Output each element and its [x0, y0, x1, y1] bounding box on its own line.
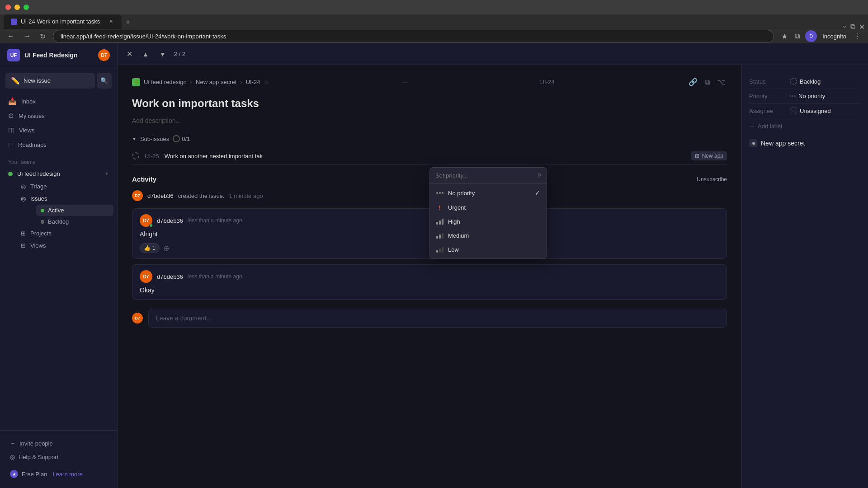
sidebar-item-views[interactable]: ◫ Views — [4, 123, 113, 137]
priority-option-low[interactable]: Low — [432, 243, 545, 257]
priority-option-medium[interactable]: Medium — [432, 229, 545, 243]
back-button[interactable]: ← — [5, 30, 16, 42]
window-minimize-button[interactable] — [14, 5, 20, 10]
sub-issues-header[interactable]: ▼ Sub-issues 0/1 — [132, 135, 727, 142]
sidebar-item-projects[interactable]: ⊞ Projects — [16, 227, 113, 239]
browser-tab[interactable]: UI-24 Work on important tasks ✕ — [4, 14, 122, 29]
new-issue-button[interactable]: ✏️ New issue — [5, 73, 95, 89]
browser-titlebar — [0, 0, 868, 14]
bookmark-button[interactable]: ★ — [779, 30, 789, 42]
priority-label: Priority — [749, 93, 785, 99]
add-label-button[interactable]: ＋ Add label — [749, 118, 861, 134]
sub-issues-toggle: ▼ — [132, 136, 137, 141]
link-icon-button[interactable]: 🔗 — [687, 76, 699, 88]
profile-button[interactable]: D — [805, 30, 817, 42]
high-option-label: High — [448, 218, 460, 225]
priority-search-input[interactable] — [435, 172, 538, 179]
invite-people-button[interactable]: ＋ Invite people — [5, 436, 112, 450]
panel-row-status: Status Backlog — [749, 74, 861, 89]
reaction-count-0: 1 — [152, 245, 156, 251]
comment-user-1: d7bdeb36 — [157, 273, 183, 280]
window-close-button[interactable] — [5, 5, 11, 10]
projects-icon: ⊞ — [21, 230, 26, 237]
urgent-option-icon: ! — [436, 204, 443, 211]
comment-input[interactable]: Leave a comment... — [148, 309, 727, 328]
assignee-value[interactable]: ○ Unassigned — [790, 107, 831, 114]
triage-icon: ◎ — [21, 183, 26, 190]
priority-option-high[interactable]: High — [432, 215, 545, 229]
no-priority-icon — [790, 95, 796, 97]
branch-icon-button[interactable]: ⌥ — [715, 76, 727, 88]
sidebar-item-issues[interactable]: ◎ Issues — [16, 192, 113, 205]
priority-text: No priority — [798, 93, 825, 99]
issue-toolbar: ✕ ▲ ▼ 2 / 2 — [118, 43, 868, 65]
extensions-button[interactable]: ⧉ — [793, 30, 802, 42]
browser-chrome: UI-24 Work on important tasks ✕ + ⌵ ⧉ ✕ … — [0, 0, 868, 43]
new-tab-button[interactable]: + — [122, 16, 134, 29]
issue-close-button[interactable]: ✕ — [125, 48, 134, 60]
views-icon: ◫ — [8, 126, 14, 134]
search-button[interactable]: 🔍 — [97, 73, 112, 89]
window-controls — [5, 5, 29, 10]
restore-button[interactable]: ⧉ — [850, 23, 855, 28]
issue-prev-button[interactable]: ▲ — [140, 49, 151, 60]
tab-close-button[interactable]: ✕ — [107, 18, 114, 25]
issue-title: Work on important tasks — [132, 97, 727, 110]
comment-user-0: d7bdeb36 — [157, 217, 183, 224]
help-support-button[interactable]: ◎ Help & Support — [5, 450, 112, 464]
priority-option-no-priority[interactable]: No priority ✓ — [432, 186, 545, 200]
backlog-status-dot — [41, 220, 44, 224]
add-label-icon: ＋ — [749, 122, 755, 130]
sidebar-item-roadmaps[interactable]: ◻ Roadmaps — [4, 137, 113, 152]
unassigned-icon: ○ — [790, 107, 797, 114]
status-label: Status — [749, 78, 785, 85]
forward-button[interactable]: → — [22, 30, 33, 42]
sub-issue-status-icon — [132, 152, 139, 160]
projects-label: Projects — [30, 230, 52, 237]
learn-more-link[interactable]: Learn more — [52, 471, 82, 478]
status-value[interactable]: Backlog — [790, 78, 821, 85]
sidebar-item-my-issues[interactable]: ⊙ My issues — [4, 108, 113, 123]
issue-description-placeholder[interactable]: Add description... — [132, 117, 727, 124]
star-button[interactable]: ☆ — [264, 79, 269, 86]
team-item-ui-feed[interactable]: Ui feed redesign ▼ — [4, 167, 113, 180]
inbox-label: Inbox — [21, 98, 36, 105]
comment-avatar-1: D7 — [140, 270, 152, 283]
sidebar-item-views-team[interactable]: ⊟ Views — [16, 239, 113, 252]
copy-icon-button[interactable]: ⧉ — [703, 76, 712, 88]
sub-issue-project-name: New app — [702, 153, 723, 159]
breadcrumb-section[interactable]: New app secret — [196, 79, 236, 85]
app-layout: UF UI Feed Redesign D7 ✏️ New issue 🔍 📥 … — [0, 43, 868, 488]
panel-row-priority: Priority No priority — [749, 89, 861, 103]
reaction-emoji-0: 👍 — [144, 245, 151, 251]
team-subnav: ◎ Triage ◎ Issues Active Backlog — [4, 180, 113, 252]
priority-option-urgent[interactable]: ! Urgent — [432, 200, 545, 215]
user-avatar: D7 — [98, 49, 110, 61]
window-maximize-button[interactable] — [24, 5, 29, 10]
reaction-thumbsup-button[interactable]: 👍 1 — [140, 243, 160, 253]
comment-body-1: Okay — [132, 286, 726, 299]
close-window-button[interactable]: ✕ — [859, 23, 864, 28]
breadcrumb-more-button[interactable]: ··· — [402, 78, 408, 86]
sidebar-item-active[interactable]: Active — [36, 205, 113, 216]
high-option-icon — [436, 219, 443, 225]
unsubscribe-button[interactable]: Unsubscribe — [697, 176, 727, 183]
sidebar-item-triage[interactable]: ◎ Triage — [16, 180, 113, 192]
issue-next-button[interactable]: ▼ — [157, 49, 169, 60]
sidebar-item-inbox[interactable]: 📥 Inbox — [4, 94, 113, 108]
team-name: Ui feed redesign — [17, 170, 60, 177]
sidebar-footer: ＋ Invite people ◎ Help & Support ★ Free … — [0, 430, 117, 488]
url-bar[interactable]: linear.app/ui-feed-redesign/issue/UI-24/… — [53, 30, 774, 43]
priority-value[interactable]: No priority — [790, 93, 825, 99]
roadmaps-icon: ◻ — [8, 141, 14, 149]
refresh-button[interactable]: ↻ — [38, 30, 47, 42]
reaction-add-button-0[interactable]: ⊕ — [163, 244, 169, 253]
menu-button[interactable]: ⋮ — [852, 30, 863, 42]
issue-counter: 2 / 2 — [174, 51, 185, 57]
views-label: Views — [19, 127, 34, 134]
panel-project[interactable]: ⊞ New app secret — [749, 134, 861, 153]
comment-header-1: D7 d7bdeb36 less than a minute ago — [132, 265, 726, 286]
sidebar-item-backlog[interactable]: Backlog — [36, 216, 113, 227]
sub-issue-item[interactable]: UI-25 Work on another nested important t… — [132, 148, 727, 164]
breadcrumb-project[interactable]: Ui feed redesign — [144, 79, 187, 85]
